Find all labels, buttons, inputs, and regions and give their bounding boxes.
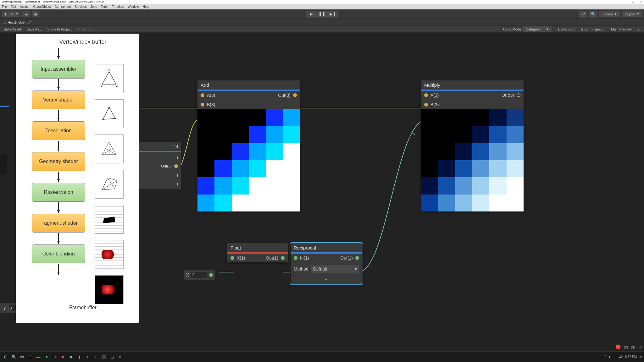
close-icon[interactable]: ✕ [640,0,642,3]
float-x-input[interactable]: X [184,270,215,280]
minimize-icon[interactable]: — [624,0,626,3]
tray-notifications-icon[interactable]: ▭ [639,355,642,359]
play-button[interactable]: ▶ [306,11,317,18]
float-x-value[interactable] [191,271,207,278]
app-icon[interactable]: ▬ [35,353,42,361]
app-icon[interactable]: ▮ [75,353,83,361]
shader-tab[interactable]: ⬚ HexGridDemo* [3,20,31,24]
reciprocal-port-out[interactable]: Out(1) [340,255,353,261]
task-view-icon[interactable]: ▭ [18,353,26,361]
step-button[interactable]: ▶❚ [327,11,338,18]
chevron-down-icon: ▾ [637,12,639,16]
app-icon[interactable]: ◻ [108,353,116,361]
cursor-icon: ↖ [412,131,416,136]
float-node-title: Float [227,243,288,252]
menu-help[interactable]: Help [143,5,149,8]
unity-icon[interactable]: ⬛ [100,353,108,361]
chrome-icon[interactable]: ○ [51,353,58,361]
bug-icon[interactable]: ⛔ [615,344,621,349]
menu-tutorials[interactable]: Tutorials [112,5,124,8]
thumb-geometry-icon [95,170,124,199]
layers-dropdown[interactable]: Layers ▾ [599,11,620,17]
chevron-down-icon: ▾ [355,266,357,272]
app-icon[interactable]: ● [59,353,67,361]
tray-wifi-icon[interactable]: ⋰ [613,355,616,359]
show-in-project-button[interactable]: Show In Project [45,27,74,32]
port-dot-icon[interactable] [209,273,213,277]
add-port-out[interactable]: Out(3) [278,93,291,98]
chevron-down-icon: ▾ [615,12,617,16]
add-port-b[interactable]: B(3) [207,102,215,107]
graph-canvas[interactable]: Y Vertex/index buffer Input assembler Ve… [0,33,644,351]
float-port-x[interactable]: X(1) [237,255,245,261]
save-asset-button[interactable]: Save Asset [1,27,24,32]
multiply-node-title: Multiply [421,80,524,90]
svg-marker-0 [102,72,116,84]
float-port-out[interactable]: Out(1) [266,255,278,261]
check-out-button: Check Out [75,27,96,32]
pause-button[interactable]: ❚❚ [317,11,327,18]
kebab-menu-icon[interactable]: ⋮ [635,27,643,32]
color-mode-dropdown[interactable]: Category ▾ [523,26,552,32]
menu-assets[interactable]: Assets [20,5,29,8]
svg-marker-4 [103,107,115,119]
app-icon[interactable]: ◆ [67,353,75,361]
thumb-fragment-icon [95,240,124,269]
grid-icon[interactable]: ▦ [631,344,635,349]
menu-jobs[interactable]: Jobs [91,5,97,8]
app-icon[interactable]: ▫ [84,353,91,361]
multiply-port-b[interactable]: B(3) [430,102,439,107]
undo-history-button[interactable]: ↶ [579,11,587,18]
thumb-triangle2-icon [95,99,124,128]
search-button[interactable]: 🔍 [589,11,597,18]
float-node[interactable]: Float X(1) Out(1) [227,243,288,262]
expand-preview-button[interactable]: ﹀ [291,276,362,284]
thumb-triangle-icon: 012 [95,64,124,93]
cloud-button[interactable]: ☁ [22,11,30,17]
add-node-title: Add [197,80,300,90]
stop-icon[interactable]: ⊘ [638,344,642,349]
account-button[interactable]: ◐ BC ▾ [2,11,20,17]
add-node[interactable]: Add A(3) B(3) Out(3) [197,80,300,211]
menu-window[interactable]: Window [128,5,139,8]
method-dropdown[interactable]: Default ▾ [311,265,359,273]
layers-icon[interactable]: ▤ [624,344,628,349]
pipeline-reference-panel: Vertex/index buffer Input assembler Vert… [16,34,139,323]
menu-tools[interactable]: Tools [101,5,108,8]
multiply-node[interactable]: Multiply A(3) B(3) Out(3) [421,80,524,211]
menu-services[interactable]: Services [75,5,86,8]
svg-point-6 [115,118,116,119]
reciprocal-node[interactable]: Reciprocal In(1) Out(1) Method Default ▾… [291,243,362,284]
tray-clock[interactable]: 8:57 PM [625,355,637,359]
multiply-port-a[interactable]: A(3) [430,93,439,98]
menu-gameobject[interactable]: GameObject [33,5,51,8]
add-port-a[interactable]: A(3) [207,93,215,98]
menu-edit[interactable]: Edit [11,5,16,8]
y-value-input[interactable] [8,305,16,311]
editor-status-icons: ⛔ ▤ ▦ ⊘ [615,344,642,349]
svg-point-5 [108,107,110,108]
tray-volume-icon[interactable]: 🔊 [619,355,623,359]
save-as-button[interactable]: Save As... [24,27,45,32]
main-preview-button[interactable]: Main Preview [608,27,634,32]
start-button[interactable]: ⊞ [2,353,9,361]
tray-battery-icon[interactable]: ▮ [609,355,611,359]
graph-inspector-button[interactable]: Graph Inspector [578,27,608,32]
blackboard-button[interactable]: Blackboard [556,27,578,32]
tray-chevron-icon[interactable]: ˄ [605,355,606,359]
menu-component[interactable]: Component [55,5,71,8]
explorer-icon[interactable]: 🗀 [26,353,34,361]
search-icon[interactable]: 🔍 [10,353,18,361]
svg-marker-12 [102,178,117,190]
menu-file[interactable]: File [2,5,7,8]
thumb-tessellation-icon [95,134,124,163]
app-icon[interactable]: ○ [116,353,124,361]
multiply-port-out[interactable]: Out(3) [502,93,514,98]
vcs-button[interactable]: ◉ [32,11,39,17]
app-icon[interactable]: ▾ [43,353,50,361]
maximize-icon[interactable]: ▢ [632,0,634,3]
vector3-node-partial[interactable]: r 3 ) Out(3) ) ) [139,142,181,189]
reciprocal-port-in[interactable]: In(1) [300,255,309,261]
app-icon[interactable]: ▫ [92,353,99,361]
layout-dropdown[interactable]: Layout ▾ [622,11,642,17]
